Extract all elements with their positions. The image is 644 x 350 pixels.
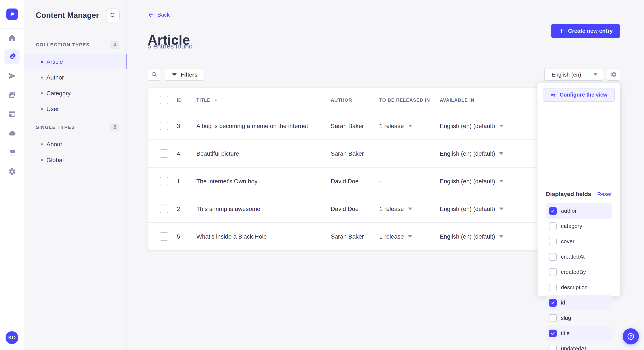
configure-view-button[interactable]: Configure the view [543,88,614,101]
field-toggle-author[interactable]: author [546,203,612,218]
bullet-icon [41,108,43,110]
question-mark-icon: ? [626,332,636,341]
select-all-checkbox[interactable] [160,96,168,104]
chevron-down-icon[interactable] [500,180,504,182]
filters-button[interactable]: Filters [164,68,204,81]
field-toggle-category[interactable]: category [546,218,612,234]
locale-select[interactable]: English (en) [544,68,603,81]
field-label: id [561,299,565,306]
unchecked-checkbox[interactable] [549,253,557,260]
field-toggle-slug[interactable]: slug [546,310,612,326]
sidebar-item-label: About [46,141,62,148]
media-icon [8,91,16,99]
field-label: cover [561,238,574,245]
paper-plane-icon [8,72,16,80]
field-toggle-createdAt[interactable]: createdAt [546,249,612,264]
unchecked-checkbox[interactable] [549,314,557,322]
row-checkbox[interactable] [160,149,168,158]
sort-asc-icon [214,98,218,102]
filters-label: Filters [181,71,198,78]
cell-id: 3 [177,123,196,129]
field-toggle-title[interactable]: title [546,326,612,341]
section-label: COLLECTION TYPES [36,42,90,47]
chevron-down-icon[interactable] [500,235,504,238]
sidebar-item-category[interactable]: Category [24,85,126,101]
rail-button-media[interactable] [4,87,20,103]
sidebar-search-button[interactable] [106,8,120,22]
rail-button-gear[interactable] [4,164,20,179]
field-toggle-createdBy[interactable]: createdBy [546,264,612,280]
row-checkbox[interactable] [160,177,168,185]
unchecked-checkbox[interactable] [549,345,557,350]
row-checkbox[interactable] [160,122,168,130]
chevron-down-icon[interactable] [500,125,504,127]
rail-button-home[interactable] [4,30,20,45]
help-button[interactable]: ? [623,328,639,345]
chevron-down-icon[interactable] [408,235,412,238]
rail-button-cart[interactable] [4,145,20,160]
checked-checkbox[interactable] [549,329,557,337]
sidebar-item-global[interactable]: Global [24,152,126,168]
rail-button-paper-plane[interactable] [4,68,20,83]
checked-checkbox[interactable] [549,207,557,214]
toolbar: Filters English (en) [148,68,620,81]
view-settings-popover: Configure the view Displayed fields Rese… [537,83,620,296]
rail-button-feather[interactable] [4,49,20,64]
chevron-down-icon[interactable] [408,207,412,210]
cloud-icon [8,129,16,137]
available-value: English (en) (default) [440,123,495,129]
logo-section [0,0,24,28]
sidebar-item-label: Author [46,74,64,81]
field-toggle-updatedAt[interactable]: updatedAt [546,341,612,350]
field-toggle-id[interactable]: id [546,295,612,310]
locale-value: English (en) [552,71,581,78]
field-label: title [561,330,570,336]
field-toggle-cover[interactable]: cover [546,234,612,249]
row-checkbox[interactable] [160,232,168,241]
unchecked-checkbox[interactable] [549,268,557,276]
checked-checkbox[interactable] [549,299,557,306]
chevron-down-icon[interactable] [408,125,412,127]
rail-button-cloud[interactable] [4,126,20,141]
sidebar-item-author[interactable]: Author [24,70,126,85]
available-value: English (en) (default) [440,205,495,212]
chevron-down-icon[interactable] [500,152,504,155]
back-link[interactable]: Back [148,11,170,18]
cell-release: - [379,178,440,184]
column-header-title[interactable]: TITLE [196,97,331,103]
reset-link[interactable]: Reset [597,191,612,197]
view-settings-button[interactable] [607,68,620,81]
cell-title: What's inside a Black Hole [196,233,331,240]
create-new-entry-button[interactable]: Create new entry [551,24,620,38]
cell-id: 4 [177,150,196,157]
cell-release: 1 release [379,123,440,129]
release-value: 1 release [379,123,404,129]
cell-author: Sarah Baker [331,233,379,240]
section-count-badge: 4 [110,41,119,49]
chevron-down-icon[interactable] [500,207,504,210]
unchecked-checkbox[interactable] [549,222,557,230]
section-label: SINGLE TYPES [36,125,75,130]
cell-title: A bug is becoming a meme on the internet [196,123,331,129]
cell-id: 5 [177,233,196,240]
strapi-logo-icon[interactable] [6,8,18,20]
feather-icon [8,52,16,61]
table-search-button[interactable] [148,68,161,81]
sidebar-item-label: User [46,105,59,112]
icon-rail: KD [0,0,24,350]
avatar[interactable]: KD [6,331,18,344]
field-toggle-description[interactable]: description [546,280,612,295]
sidebar-item-label: Category [46,90,71,97]
sidebar-item-article[interactable]: Article [24,54,126,69]
row-checkbox[interactable] [160,204,168,213]
column-header-id: ID [177,97,196,103]
create-button-label: Create new entry [568,28,613,34]
unchecked-checkbox[interactable] [549,283,557,291]
sidebar-item-about[interactable]: About [24,137,126,152]
bullet-icon [41,76,43,78]
svg-text:?: ? [630,334,632,339]
rail-button-layout[interactable] [4,106,20,122]
sidebar-item-user[interactable]: User [24,101,126,117]
field-label: createdAt [561,253,584,260]
unchecked-checkbox[interactable] [549,237,557,245]
